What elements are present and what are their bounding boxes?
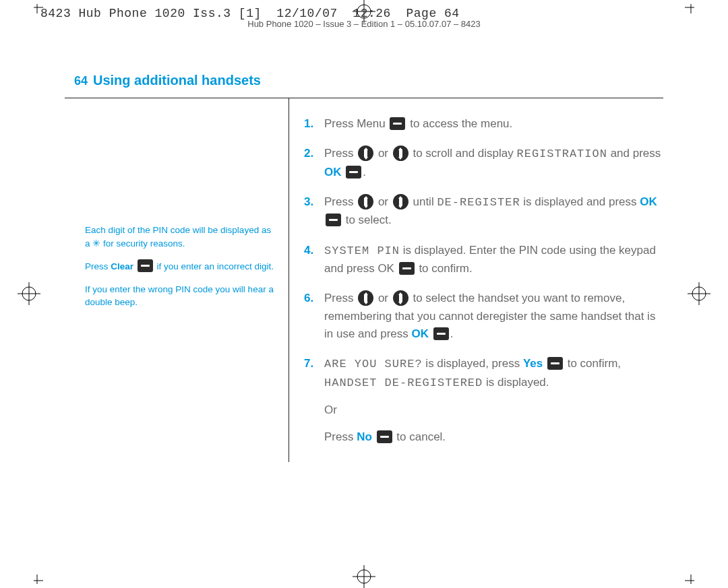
- nav-updown-icon: [358, 145, 373, 161]
- softkey-icon: [433, 327, 449, 340]
- crop-mark-icon: [353, 565, 375, 588]
- step: 2. Press or to scroll and display REGIST…: [304, 145, 663, 181]
- step: 7. ARE YOU SURE? is displayed, press Yes…: [304, 355, 663, 446]
- crop-tick-icon: [31, 575, 43, 587]
- crop-mark-icon: [18, 282, 40, 305]
- nav-updown-icon: [358, 194, 373, 209]
- prepress-slug: 8423 Hub Phone 1020 Iss.3 [1] 12/10/07 1…: [40, 7, 460, 20]
- softkey-icon: [326, 214, 341, 226]
- softkey-icon: [399, 262, 415, 275]
- page-content: 64 Using additional handsets Each digit …: [65, 73, 663, 462]
- nav-updown-icon: [393, 145, 408, 161]
- nav-updown-icon: [358, 290, 373, 306]
- vertical-divider: [289, 98, 289, 462]
- prepress-slug-secondary: Hub Phone 1020 – Issue 3 – Edition 1 – 0…: [0, 19, 728, 29]
- page-number: 64: [65, 74, 93, 88]
- side-note: If you enter the wrong PIN code you will…: [85, 283, 274, 309]
- softkey-icon: [390, 117, 405, 130]
- instruction-steps: 1. Press Menu to access the menu. 2. Pre…: [304, 98, 663, 462]
- step: 1. Press Menu to access the menu.: [304, 115, 663, 133]
- softkey-icon: [377, 430, 392, 443]
- step: 3. Press or until DE-REGISTER is display…: [304, 193, 663, 230]
- side-note: Each digit of the PIN code will be displ…: [85, 224, 274, 250]
- side-note: Press Clear if you enter an incorrect di…: [85, 259, 274, 273]
- softkey-icon: [346, 166, 361, 178]
- nav-updown-icon: [393, 194, 408, 209]
- crop-tick-icon: [685, 1, 697, 13]
- side-notes: Each digit of the PIN code will be displ…: [65, 98, 289, 462]
- crop-mark-icon: [688, 282, 710, 305]
- step: 6. Press or to select the handset you wa…: [304, 290, 663, 343]
- softkey-icon: [547, 357, 563, 370]
- crop-tick-icon: [685, 575, 697, 587]
- nav-updown-icon: [393, 290, 408, 306]
- step: 4. SYSTEM PIN is displayed. Enter the PI…: [304, 242, 663, 278]
- section-title: Using additional handsets: [93, 73, 261, 88]
- softkey-icon: [138, 259, 153, 272]
